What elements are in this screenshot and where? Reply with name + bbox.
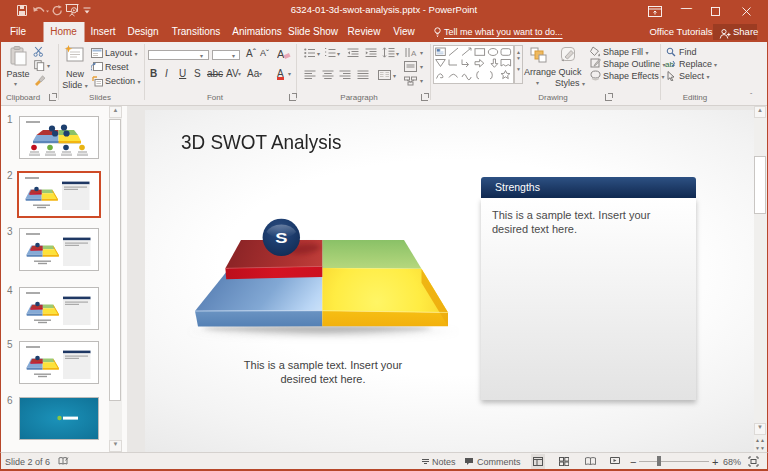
svg-text:S: S [275,230,288,246]
svg-text:A: A [277,48,285,60]
svg-text:A: A [411,49,417,58]
